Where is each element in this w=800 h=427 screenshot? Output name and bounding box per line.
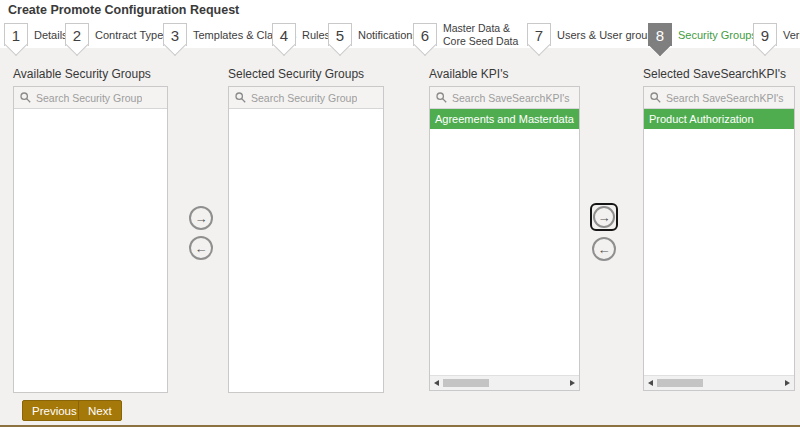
step-2-label: Contract Type <box>95 29 163 41</box>
list-item-label: Product Authorization <box>649 113 754 125</box>
scrollbar-left-arrow-icon[interactable] <box>648 380 653 386</box>
step-6-master-data[interactable]: 6 Master Data & Core Seed Data <box>413 23 533 46</box>
create-promote-configuration-page: Create Promote Configuration Request 1 D… <box>0 0 800 427</box>
arrow-left-icon: ← <box>598 243 611 256</box>
arrow-right-icon: → <box>598 211 611 224</box>
available-security-groups-panel: Search Security Group <box>13 86 168 393</box>
step-4-badge: 4 <box>272 23 296 46</box>
step-7-label: Users & User groups <box>557 29 659 41</box>
heading-available-security-groups: Available Security Groups <box>13 67 151 81</box>
next-button[interactable]: Next <box>78 400 122 421</box>
available-kpis-list[interactable]: Agreements and Masterdata <box>430 109 579 375</box>
heading-selected-savesearchkpis: Selected SaveSearchKPI's <box>643 67 786 81</box>
focused-button-ring: → <box>590 203 618 231</box>
available-kpis-search-input[interactable]: Search SaveSearchKPI's <box>430 87 579 109</box>
move-right-button[interactable]: → <box>593 206 615 228</box>
selected-savesearchkpis-list[interactable]: Product Authorization <box>644 109 794 375</box>
step-5-number: 5 <box>336 27 344 44</box>
selected-savesearchkpis-panel: Search SaveSearchKPI's Product Authoriza… <box>643 86 795 391</box>
step-3-badge: 3 <box>163 23 187 46</box>
step-1-label: Details <box>34 29 68 41</box>
search-icon <box>20 92 31 103</box>
search-placeholder: Search SaveSearchKPI's <box>666 92 784 104</box>
step-9-verify[interactable]: 9 Verify <box>753 23 800 46</box>
selected-security-groups-panel: Search Security Group <box>228 86 384 393</box>
search-icon <box>235 92 246 103</box>
step-7-number: 7 <box>535 27 543 44</box>
available-kpis-panel: Search SaveSearchKPI's Agreements and Ma… <box>429 86 580 391</box>
kpi-transfer-controls: → ← <box>590 203 618 261</box>
security-groups-transfer-controls: → ← <box>189 206 213 260</box>
step-5-notifications[interactable]: 5 Notifications <box>328 23 418 46</box>
step-8-security-groups[interactable]: 8 Security Groups <box>648 23 757 46</box>
step-6-badge: 6 <box>413 23 437 46</box>
step-5-badge: 5 <box>328 23 352 46</box>
step-4-rules[interactable]: 4 Rules <box>272 23 330 46</box>
move-right-button[interactable]: → <box>189 206 213 230</box>
scrollbar-left-arrow-icon[interactable] <box>434 380 439 386</box>
scrollbar-thumb[interactable] <box>657 379 703 387</box>
move-left-button[interactable]: ← <box>592 237 616 261</box>
list-item[interactable]: Product Authorization <box>644 109 794 129</box>
step-2-number: 2 <box>73 27 81 44</box>
step-4-label: Rules <box>302 29 330 41</box>
search-placeholder: Search SaveSearchKPI's <box>452 92 570 104</box>
step-1-number: 1 <box>12 27 20 44</box>
step-8-label: Security Groups <box>678 29 757 41</box>
search-icon <box>650 92 661 103</box>
step-3-number: 3 <box>171 27 179 44</box>
step-2-contract-type[interactable]: 2 Contract Type <box>65 23 163 46</box>
step-6-label: Master Data & Core Seed Data <box>443 22 533 47</box>
step-7-badge: 7 <box>527 23 551 46</box>
scrollbar-right-arrow-icon[interactable] <box>570 380 575 386</box>
page-title: Create Promote Configuration Request <box>8 3 239 17</box>
horizontal-scrollbar[interactable] <box>430 375 579 390</box>
selected-security-groups-search-input[interactable]: Search Security Group <box>229 87 383 109</box>
available-security-groups-search-input[interactable]: Search Security Group <box>14 87 167 109</box>
step-5-label: Notifications <box>358 29 418 41</box>
step-4-number: 4 <box>280 27 288 44</box>
scrollbar-right-arrow-icon[interactable] <box>785 380 790 386</box>
move-left-button[interactable]: ← <box>189 236 213 260</box>
step-2-badge: 2 <box>65 23 89 46</box>
step-1-badge: 1 <box>4 23 28 46</box>
heading-selected-security-groups: Selected Security Groups <box>228 67 364 81</box>
search-placeholder: Search Security Group <box>36 92 142 104</box>
search-icon <box>436 92 447 103</box>
step-1-details[interactable]: 1 Details <box>4 23 68 46</box>
available-security-groups-list[interactable] <box>14 109 167 392</box>
step-8-number: 8 <box>656 27 664 44</box>
step-7-users-groups[interactable]: 7 Users & User groups <box>527 23 659 46</box>
list-item-label: Agreements and Masterdata <box>435 113 574 125</box>
search-placeholder: Search Security Group <box>251 92 357 104</box>
arrow-left-icon: ← <box>195 242 208 255</box>
step-6-number: 6 <box>421 27 429 44</box>
step-9-label: Verify <box>783 29 800 41</box>
scrollbar-thumb[interactable] <box>443 379 489 387</box>
heading-available-kpis: Available KPI's <box>429 67 508 81</box>
step-9-number: 9 <box>761 27 769 44</box>
step-9-badge: 9 <box>753 23 777 46</box>
step-8-badge: 8 <box>648 23 672 46</box>
arrow-right-icon: → <box>195 212 208 225</box>
horizontal-scrollbar[interactable] <box>644 375 794 390</box>
list-item[interactable]: Agreements and Masterdata <box>430 109 579 129</box>
selected-savesearchkpis-search-input[interactable]: Search SaveSearchKPI's <box>644 87 794 109</box>
selected-security-groups-list[interactable] <box>229 109 383 392</box>
